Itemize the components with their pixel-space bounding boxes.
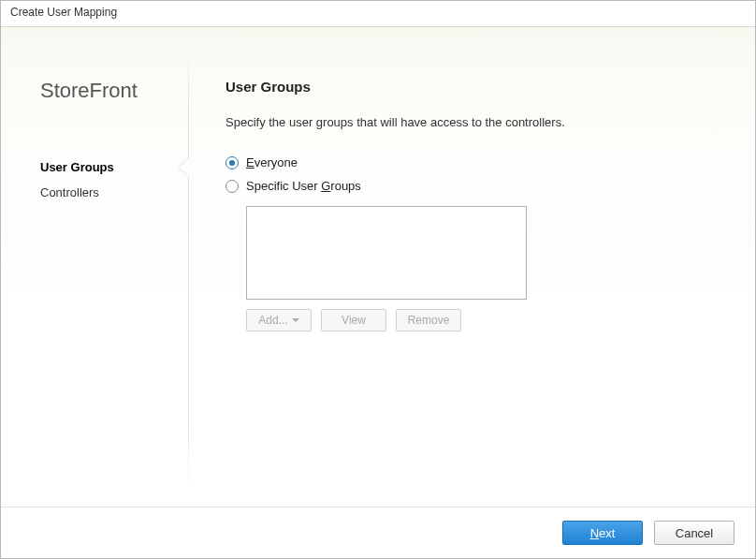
- dialog-body: StoreFront User Groups Controllers User …: [1, 27, 755, 507]
- next-button[interactable]: Next: [562, 521, 643, 545]
- dialog-footer: Next Cancel: [1, 507, 755, 558]
- sidebar-item-user-groups[interactable]: User Groups: [1, 154, 188, 180]
- cancel-button-label: Cancel: [676, 526, 713, 540]
- radio-specific-groups[interactable]: [225, 180, 239, 193]
- radio-everyone-label[interactable]: Everyone: [246, 155, 298, 169]
- main-panel: User Groups Specify the user groups that…: [188, 27, 755, 507]
- sidebar-item-label: User Groups: [40, 160, 114, 174]
- radio-specific-groups-label[interactable]: Specific User Groups: [246, 179, 361, 193]
- sidebar: StoreFront User Groups Controllers: [1, 27, 188, 507]
- list-buttons: Add... View Remove: [246, 309, 718, 331]
- chevron-down-icon: [292, 318, 299, 322]
- sidebar-item-label: Controllers: [40, 185, 99, 199]
- view-button-label: View: [342, 314, 366, 327]
- page-description: Specify the user groups that will have a…: [225, 115, 718, 129]
- titlebar: Create User Mapping: [1, 1, 755, 27]
- view-button[interactable]: View: [321, 309, 386, 331]
- brand-title: StoreFront: [1, 79, 188, 103]
- radio-everyone[interactable]: [225, 156, 239, 169]
- add-button-label: Add...: [258, 314, 287, 327]
- remove-button-label: Remove: [408, 314, 450, 327]
- groups-listbox[interactable]: [246, 206, 527, 300]
- window-title: Create User Mapping: [10, 6, 117, 19]
- add-button[interactable]: Add...: [246, 309, 312, 331]
- sidebar-item-controllers[interactable]: Controllers: [1, 180, 188, 205]
- page-title: User Groups: [225, 79, 718, 95]
- cancel-button[interactable]: Cancel: [654, 521, 734, 545]
- dialog-window: Create User Mapping StoreFront User Grou…: [0, 0, 756, 559]
- vertical-divider: [188, 46, 189, 488]
- option-specific-groups[interactable]: Specific User Groups: [225, 179, 718, 193]
- remove-button[interactable]: Remove: [396, 309, 461, 331]
- option-everyone[interactable]: Everyone: [225, 155, 718, 169]
